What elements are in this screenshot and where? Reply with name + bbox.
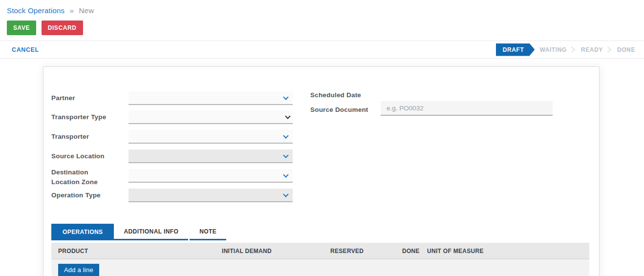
toolbar: CANCEL DRAFT WAITING READY DONE bbox=[0, 41, 644, 59]
save-button[interactable]: SAVE bbox=[7, 21, 36, 35]
cancel-button[interactable]: CANCEL bbox=[12, 46, 39, 53]
status-step-waiting[interactable]: WAITING bbox=[539, 46, 567, 53]
scheduled-date-input[interactable] bbox=[381, 89, 553, 102]
transporter-label: Transporter bbox=[51, 133, 125, 140]
status-step-done[interactable]: DONE bbox=[617, 46, 635, 53]
operation-type-select[interactable] bbox=[129, 189, 293, 202]
chevron-down-icon bbox=[283, 94, 288, 100]
source-document-label: Source Document bbox=[310, 106, 384, 113]
destination-location-zone-select[interactable] bbox=[129, 169, 293, 183]
column-header-done: DONE bbox=[402, 248, 420, 255]
tab-additional-info[interactable]: ADDITIONAL INFO bbox=[114, 224, 188, 240]
chevron-right-icon bbox=[569, 46, 575, 53]
chevron-down-icon bbox=[283, 152, 288, 158]
breadcrumb-separator-icon: » bbox=[70, 6, 74, 15]
operations-table-body: Add a line bbox=[51, 259, 589, 276]
chevron-down-icon bbox=[283, 172, 288, 177]
operation-type-label: Operation Type bbox=[51, 191, 125, 199]
status-step-ready[interactable]: READY bbox=[581, 46, 603, 53]
chevron-down-icon bbox=[285, 113, 290, 119]
operations-table-header: PRODUCT INITIAL DEMAND RESERVED DONE UNI… bbox=[51, 243, 589, 259]
column-header-initial-demand: INITIAL DEMAND bbox=[222, 248, 272, 255]
destination-location-zone-label: Destination Location Zone bbox=[51, 168, 105, 187]
tab-operations[interactable]: OPERATIONS bbox=[51, 224, 114, 240]
breadcrumb: Stock Operations » New bbox=[0, 0, 644, 15]
partner-select[interactable] bbox=[129, 91, 293, 105]
source-document-input[interactable] bbox=[381, 101, 553, 116]
partner-label: Partner bbox=[51, 94, 125, 102]
chevron-down-icon bbox=[283, 191, 288, 197]
transporter-type-select[interactable] bbox=[129, 110, 293, 124]
transporter-type-label: Transporter Type bbox=[51, 113, 125, 121]
notebook-tabs: OPERATIONS ADDITIONAL INFO NOTE bbox=[51, 224, 228, 240]
source-location-label: Source Location bbox=[51, 152, 125, 160]
column-header-reserved: RESERVED bbox=[330, 248, 364, 255]
operations-table: PRODUCT INITIAL DEMAND RESERVED DONE UNI… bbox=[51, 243, 589, 276]
chevron-down-icon bbox=[283, 133, 288, 138]
column-header-unit-of-measure: UNIT OF MEASURE bbox=[427, 248, 484, 255]
source-location-select[interactable] bbox=[129, 149, 293, 163]
breadcrumb-root-link[interactable]: Stock Operations bbox=[7, 6, 64, 15]
scheduled-date-label: Scheduled Date bbox=[310, 91, 384, 99]
form-sheet: Partner Transporter Type Transporter Sou… bbox=[43, 66, 600, 276]
discard-button[interactable]: DISCARD bbox=[42, 21, 83, 35]
breadcrumb-current: New bbox=[79, 6, 94, 15]
status-step-draft[interactable]: DRAFT bbox=[496, 43, 535, 56]
column-header-product: PRODUCT bbox=[58, 248, 88, 255]
statusbar: DRAFT WAITING READY DONE bbox=[496, 43, 635, 56]
add-a-line-button[interactable]: Add a line bbox=[58, 264, 99, 276]
chevron-right-icon bbox=[605, 46, 611, 53]
transporter-select[interactable] bbox=[129, 130, 293, 144]
tab-note[interactable]: NOTE bbox=[190, 224, 226, 240]
form-actions: SAVE DISCARD bbox=[0, 15, 644, 41]
